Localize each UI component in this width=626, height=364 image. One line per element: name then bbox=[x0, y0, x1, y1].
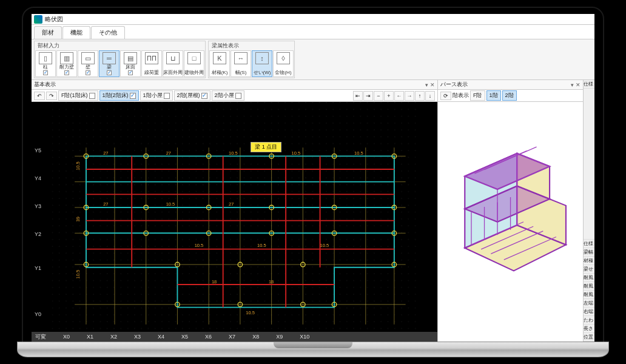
ribbon-group-title: 部材入力 bbox=[35, 42, 204, 50]
ribbon-group-title: 梁属性表示 bbox=[209, 42, 294, 50]
rbtn-bldgperim[interactable]: □建物外周 bbox=[184, 50, 204, 77]
checkbox-icon[interactable] bbox=[130, 93, 136, 99]
pane-controls[interactable]: ▾ ✕ bbox=[425, 82, 435, 88]
svg-text:10.5: 10.5 bbox=[229, 150, 238, 156]
svg-text:18: 18 bbox=[269, 279, 274, 285]
side-item[interactable]: 梁せ bbox=[584, 265, 594, 274]
svg-text:27: 27 bbox=[166, 150, 171, 156]
checkbox-icon[interactable] bbox=[64, 70, 69, 75]
rbtn-width[interactable]: ↔幅(S) bbox=[231, 50, 251, 77]
svg-text:27: 27 bbox=[103, 150, 108, 156]
view-nav: ⇤ ⇥ − + ← → ↑ ↓ bbox=[353, 91, 435, 101]
rbtn-floor[interactable]: ▤床面 bbox=[120, 50, 141, 77]
side-item[interactable]: 仕様 bbox=[584, 240, 594, 248]
nav-fitv[interactable]: ⇥ bbox=[363, 91, 373, 101]
tab-buzai[interactable]: 部材 bbox=[34, 26, 62, 39]
checkbox-icon[interactable] bbox=[107, 70, 112, 75]
column-icon: ▯ bbox=[39, 52, 52, 64]
rbtn-depth[interactable]: ↕せい(W) bbox=[252, 50, 272, 77]
title-bar: 略伏図 bbox=[32, 14, 594, 25]
tab-kinou[interactable]: 機能 bbox=[62, 26, 90, 39]
side-title[interactable]: 仕様 bbox=[584, 80, 594, 89]
workspace: 基本表示 ▾ ✕ ↶ ↷ F階(1階床) 1階(2階床) 1階小屋 2階(屋根)… bbox=[32, 80, 594, 342]
side-item[interactable]: 梁幅 bbox=[584, 248, 594, 257]
laptop-notch bbox=[274, 342, 352, 348]
side-panel[interactable]: 仕様 仕様 梁幅 材種 梁せ 耐風 耐風 耐風 左端 右端 たわ 長さ 位置 bbox=[584, 80, 594, 342]
side-item[interactable]: 右端 bbox=[584, 308, 594, 316]
side-item[interactable]: 耐風 bbox=[584, 291, 594, 299]
pane-controls[interactable]: ▾ ✕ bbox=[571, 82, 581, 88]
checkbox-icon[interactable] bbox=[235, 93, 241, 99]
ribbon-group-input: 部材入力 ▯柱 ▥耐力壁 ▭壁 ═梁 ▤床面 ΠΠ線荷重 ⊔床面外周 □建物外周 bbox=[34, 41, 206, 78]
checkbox-icon[interactable] bbox=[201, 93, 207, 99]
checkbox-icon[interactable] bbox=[164, 93, 170, 99]
ribbon: 部材入力 ▯柱 ▥耐力壁 ▭壁 ═梁 ▤床面 ΠΠ線荷重 ⊔床面外周 □建物外周… bbox=[32, 39, 594, 80]
persp-floor-2[interactable]: 2階 bbox=[502, 90, 517, 101]
floor-icon: ▤ bbox=[124, 52, 137, 64]
svg-text:10.5: 10.5 bbox=[246, 310, 255, 315]
rbtn-column[interactable]: ▯柱 bbox=[35, 50, 56, 77]
perspective-toolbar: ⟳ 階表示 F階 1階 2階 bbox=[438, 90, 583, 102]
side-item[interactable]: 材種 bbox=[584, 257, 594, 265]
svg-text:39: 39 bbox=[75, 217, 81, 221]
rbtn-hardware[interactable]: ◊金物(H) bbox=[273, 50, 294, 77]
side-item[interactable]: 耐風 bbox=[584, 282, 594, 291]
persp-tool[interactable]: ⟳ bbox=[440, 92, 451, 100]
side-item[interactable]: 長さ bbox=[584, 325, 594, 333]
shearwall-icon: ▥ bbox=[60, 52, 73, 64]
ribbon-group-beamdisp: 梁属性表示 K材種(K) ↔幅(S) ↕せい(W) ◊金物(H) bbox=[208, 41, 295, 78]
nav-down[interactable]: ↓ bbox=[425, 91, 435, 101]
side-item[interactable]: 位置 bbox=[584, 333, 594, 342]
side-item[interactable]: 左端 bbox=[584, 299, 594, 308]
plan-canvas[interactable]: Y5 Y4 Y3 Y2 Y1 Y0 梁 1 点目 bbox=[32, 102, 437, 342]
tab-sonota[interactable]: その他 bbox=[91, 26, 125, 39]
bldgperim-icon: □ bbox=[187, 52, 201, 64]
checkbox-icon[interactable] bbox=[86, 70, 90, 75]
rbtn-lineload[interactable]: ΠΠ線荷重 bbox=[141, 50, 162, 77]
rbtn-beam[interactable]: ═梁 bbox=[99, 50, 119, 77]
svg-text:18: 18 bbox=[212, 279, 217, 285]
nav-zoomout[interactable]: − bbox=[374, 91, 383, 101]
checkbox-icon[interactable] bbox=[89, 93, 95, 99]
iso-svg bbox=[445, 114, 576, 330]
persp-floor-1[interactable]: 1階 bbox=[486, 90, 501, 101]
svg-text:27: 27 bbox=[103, 201, 108, 207]
window-title: 略伏図 bbox=[45, 15, 63, 24]
persp-floor-f[interactable]: F階 bbox=[470, 90, 485, 101]
tool-redo[interactable]: ↷ bbox=[46, 92, 57, 100]
status-mode: 可変 bbox=[35, 333, 46, 341]
nav-right[interactable]: → bbox=[405, 91, 414, 101]
nav-up[interactable]: ↑ bbox=[415, 91, 425, 101]
material-icon: K bbox=[213, 52, 226, 64]
rbtn-floorperim[interactable]: ⊔床面外周 bbox=[163, 50, 183, 77]
plan-svg: 272710.510.510.5 2710.527 10.510.510.5 1… bbox=[32, 102, 437, 342]
beam-icon: ═ bbox=[103, 52, 116, 64]
checkbox-icon[interactable] bbox=[43, 70, 48, 75]
svg-text:10.5: 10.5 bbox=[75, 270, 81, 279]
floorperim-icon: ⊔ bbox=[166, 52, 180, 64]
input-prompt: 梁 1 点目 bbox=[251, 142, 281, 152]
laptop-base bbox=[17, 342, 609, 357]
floor-2[interactable]: 2階(屋根) bbox=[174, 90, 210, 101]
iso-canvas[interactable] bbox=[438, 102, 583, 342]
floor-1[interactable]: 1階(2階床) bbox=[99, 90, 139, 101]
rbtn-material[interactable]: K材種(K) bbox=[209, 50, 230, 77]
hardware-icon: ◊ bbox=[277, 52, 290, 64]
floor-f[interactable]: F階(1階床) bbox=[58, 90, 98, 101]
side-item[interactable]: 耐風 bbox=[584, 274, 594, 282]
floor-2koya[interactable]: 2階小屋 bbox=[212, 90, 244, 101]
side-item[interactable]: たわ bbox=[584, 316, 594, 325]
rbtn-shearwall[interactable]: ▥耐力壁 bbox=[56, 50, 77, 77]
canvas-status: 可変 X0X1 X2X3 X4X5 X6X7 X8X9 X10 bbox=[32, 332, 437, 342]
main-toolbar: ↶ ↷ F階(1階床) 1階(2階床) 1階小屋 2階(屋根) 2階小屋 ⇤ ⇥… bbox=[32, 90, 437, 102]
y-axis-labels: Y5 Y4 Y3 Y2 Y1 Y0 bbox=[33, 106, 43, 318]
floor-1koya[interactable]: 1階小屋 bbox=[140, 90, 173, 101]
nav-fith[interactable]: ⇤ bbox=[353, 91, 363, 101]
tool-undo[interactable]: ↶ bbox=[34, 92, 45, 100]
rbtn-wall[interactable]: ▭壁 bbox=[78, 50, 98, 77]
checkbox-icon[interactable] bbox=[128, 70, 133, 75]
main-pane-header: 基本表示 ▾ ✕ bbox=[32, 80, 437, 90]
svg-text:10.5: 10.5 bbox=[292, 150, 301, 156]
nav-left[interactable]: ← bbox=[394, 91, 404, 101]
nav-zoomin[interactable]: + bbox=[384, 91, 394, 101]
